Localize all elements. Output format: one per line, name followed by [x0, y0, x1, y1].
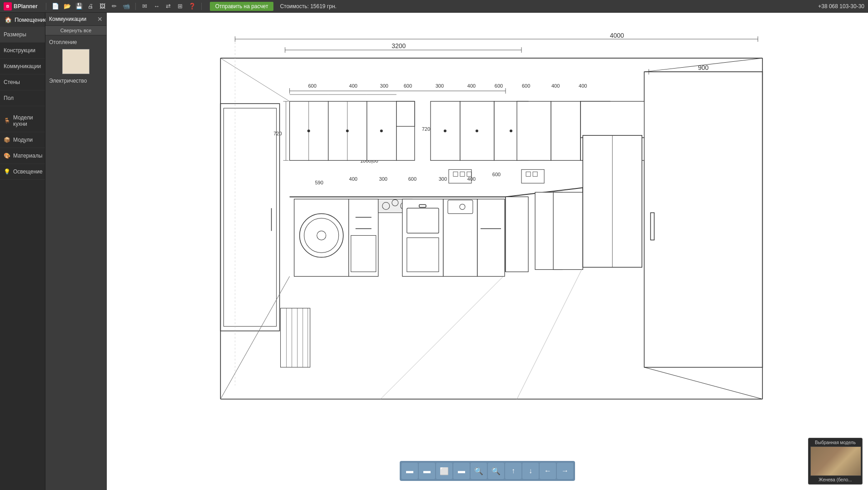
cost-label: Стоимость: 15619 грн. — [280, 3, 336, 10]
svg-rect-104 — [281, 308, 310, 367]
viewport-bottom-toolbar: ▬ ▬ ⬜ ▬ 🔍 🔍 ↑ ↓ ← → — [400, 461, 575, 481]
sidebar-item-moduli[interactable]: 📦 Модули — [0, 132, 45, 148]
svg-rect-97 — [467, 172, 471, 176]
pan-left-button[interactable]: ← — [540, 463, 556, 479]
view-btn-2[interactable]: ▬ — [419, 463, 435, 479]
svg-text:600: 600 — [495, 83, 503, 89]
pol-label: Пол — [4, 95, 14, 101]
svg-rect-39 — [650, 213, 654, 240]
svg-rect-96 — [460, 172, 465, 176]
help-icon[interactable]: ❓ — [188, 2, 197, 11]
mini-preview-title: Выбранная модель — [810, 440, 860, 445]
sidebar-item-konstruktsii[interactable]: Конструкции — [0, 43, 45, 59]
panel-title: Коммуникации — [49, 16, 86, 22]
modeli-icon: 🪑 — [4, 118, 10, 124]
send-to-calc-button[interactable]: Отправить на расчет — [210, 2, 274, 11]
phone-number: +38 068 103-30-30 — [818, 3, 864, 10]
svg-text:300: 300 — [380, 83, 388, 89]
modeli-label: Модели кухни — [13, 114, 41, 127]
svg-text:600: 600 — [308, 83, 316, 89]
pan-down-button[interactable]: ↓ — [522, 463, 539, 479]
svg-text:600: 600 — [522, 83, 530, 89]
svg-text:400: 400 — [349, 176, 357, 182]
svg-text:600: 600 — [492, 172, 501, 177]
toolbar-separator-2 — [135, 3, 136, 10]
panel-close-icon[interactable]: ✕ — [97, 15, 103, 23]
message-icon[interactable]: ✉ — [140, 2, 149, 11]
svg-rect-42 — [220, 104, 279, 331]
svg-rect-38 — [644, 72, 762, 367]
svg-text:300: 300 — [379, 176, 387, 182]
svg-rect-43 — [223, 108, 276, 326]
main-toolbar: B BPlanner 📄 📂 💾 🖨 🖼 ✏ 📹 ✉ ↔ ⇄ ⊞ ❓ Отпра… — [0, 0, 868, 13]
toolbar-separator-1 — [46, 3, 46, 10]
view-btn-4[interactable]: ▬ — [453, 463, 470, 479]
svg-text:590: 590 — [315, 180, 323, 185]
svg-point-60 — [510, 129, 512, 132]
swap-icon[interactable]: ⇄ — [164, 2, 173, 11]
svg-text:400: 400 — [467, 83, 476, 89]
svg-rect-95 — [453, 172, 458, 176]
svg-rect-100 — [533, 172, 537, 176]
svg-line-110 — [220, 58, 289, 101]
svg-rect-89 — [477, 199, 505, 276]
electricity-section-title: Электричество — [45, 76, 106, 86]
steny-label: Стены — [4, 79, 20, 85]
video-icon[interactable]: 📹 — [122, 2, 131, 11]
communications-panel: Коммуникации ✕ Свернуть все Отопление Эл… — [45, 13, 107, 490]
pan-right-button[interactable]: → — [557, 463, 573, 479]
open-file-icon[interactable]: 📂 — [63, 2, 72, 11]
sidebar-section-pomeshenie[interactable]: 🏠 Помещение — [0, 13, 45, 27]
osveshenie-icon: 💡 — [4, 168, 10, 175]
sidebar-item-pol[interactable]: Пол — [0, 90, 45, 106]
svg-rect-77 — [351, 235, 376, 272]
app-logo: B BPlanner — [4, 2, 38, 10]
sidebar-item-kommunikatsii[interactable]: Коммуникации — [0, 59, 45, 74]
panel-header: Коммуникации ✕ — [45, 13, 106, 26]
edit-icon[interactable]: ✏ — [110, 2, 119, 11]
svg-text:4000: 4000 — [610, 32, 624, 39]
svg-line-103 — [517, 267, 583, 399]
main-area: 🏠 Помещение Размеры Конструкции Коммуник… — [0, 13, 868, 490]
home-icon: 🏠 — [5, 16, 12, 23]
zoom-out-button[interactable]: 🔍 — [471, 463, 487, 479]
view-btn-3[interactable]: ⬜ — [436, 463, 452, 479]
svg-rect-93 — [553, 192, 583, 269]
toolbar-separator-3 — [201, 3, 202, 10]
osveshenie-label: Освещение — [13, 168, 43, 175]
materialy-icon: 🎨 — [4, 153, 10, 159]
3d-viewport[interactable]: Фон 3200 4000 900 600 400 300 600 300 — [107, 13, 868, 490]
svg-point-56 — [444, 129, 446, 132]
grid-icon[interactable]: ⊞ — [176, 2, 185, 11]
mini-preview-panel: Выбранная модель Женева (бело... — [808, 438, 863, 485]
arrow-lr-icon[interactable]: ↔ — [152, 2, 161, 11]
svg-rect-61 — [517, 101, 551, 160]
svg-text:400: 400 — [551, 83, 560, 89]
svg-text:300: 300 — [439, 176, 447, 182]
sidebar-item-steny[interactable]: Стены — [0, 74, 45, 90]
mini-preview-label: Женева (бело... — [810, 477, 860, 482]
materialy-label: Материалы — [13, 153, 42, 159]
pan-up-button[interactable]: ↑ — [505, 463, 521, 479]
svg-text:600: 600 — [408, 176, 417, 182]
view-btn-1[interactable]: ▬ — [402, 463, 418, 479]
new-file-icon[interactable]: 📄 — [51, 2, 60, 11]
svg-text:400: 400 — [349, 83, 357, 89]
sidebar-item-osveshenie[interactable]: 💡 Освещение — [0, 164, 45, 180]
save-icon[interactable]: 💾 — [74, 2, 84, 11]
zoom-in-button[interactable]: 🔍 — [488, 463, 504, 479]
svg-text:720: 720 — [273, 131, 282, 136]
moduli-label: Модули — [13, 137, 33, 143]
svg-text:3200: 3200 — [392, 42, 406, 49]
svg-point-50 — [346, 129, 349, 132]
image-icon[interactable]: 🖼 — [98, 2, 107, 11]
svg-rect-99 — [526, 172, 531, 176]
razmery-label: Размеры — [4, 31, 26, 38]
sidebar-item-razmery[interactable]: Размеры — [0, 27, 45, 43]
mini-preview-image — [810, 446, 861, 476]
collapse-all-button[interactable]: Свернуть все — [45, 26, 106, 35]
sidebar-item-modeli[interactable]: 🪑 Модели кухни — [0, 110, 45, 132]
save-as-icon[interactable]: 🖨 — [86, 2, 95, 11]
sidebar-item-materialy[interactable]: 🎨 Материалы — [0, 148, 45, 164]
svg-line-111 — [220, 277, 289, 399]
